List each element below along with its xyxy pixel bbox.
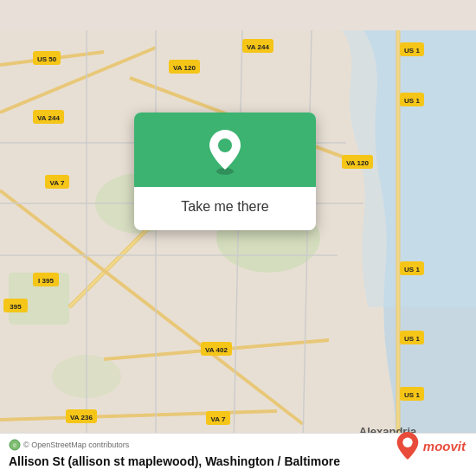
svg-point-58 xyxy=(218,138,232,152)
svg-text:395: 395 xyxy=(10,303,22,311)
svg-text:VA 402: VA 402 xyxy=(205,346,228,354)
take-me-there-button[interactable]: Take me there xyxy=(146,196,304,218)
svg-text:US 1: US 1 xyxy=(404,97,420,105)
map-background: US 50 VA 120 VA 244 US 1 VA 244 I 395 US… xyxy=(0,0,476,476)
svg-text:US 1: US 1 xyxy=(404,266,420,273)
popup-card: Take me there xyxy=(134,113,316,230)
svg-text:©: © xyxy=(13,443,17,448)
moovit-pin-icon xyxy=(396,431,420,460)
map-container: US 50 VA 120 VA 244 US 1 VA 244 I 395 US… xyxy=(0,0,476,476)
attribution-text: © OpenStreetMap contributors xyxy=(23,441,129,449)
svg-text:VA 7: VA 7 xyxy=(50,179,65,187)
svg-text:VA 244: VA 244 xyxy=(247,43,269,51)
moovit-logo: moovit xyxy=(396,431,466,460)
popup-button-section: Take me there xyxy=(134,187,316,230)
svg-text:US 1: US 1 xyxy=(404,47,420,55)
svg-text:VA 7: VA 7 xyxy=(211,415,226,423)
svg-text:US 1: US 1 xyxy=(404,335,420,343)
svg-text:VA 236: VA 236 xyxy=(70,414,93,421)
svg-text:VA 120: VA 120 xyxy=(173,64,196,72)
svg-text:VA 244: VA 244 xyxy=(37,114,60,122)
svg-text:I 395: I 395 xyxy=(38,277,54,285)
popup-green-header xyxy=(134,113,316,187)
svg-point-61 xyxy=(402,438,412,447)
location-pin-icon xyxy=(206,128,244,175)
svg-text:US 1: US 1 xyxy=(404,391,420,399)
osm-logo: © xyxy=(9,439,21,451)
svg-text:VA 120: VA 120 xyxy=(346,159,369,167)
moovit-brand-text: moovit xyxy=(423,439,466,453)
svg-text:US 50: US 50 xyxy=(37,55,57,63)
